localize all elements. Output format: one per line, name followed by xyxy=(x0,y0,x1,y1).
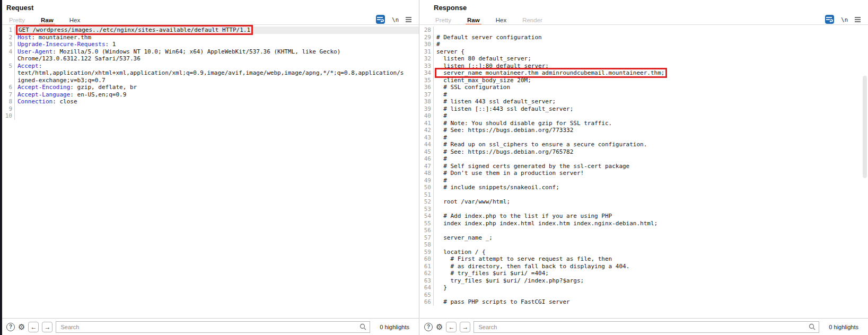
request-editor[interactable]: 1GET /wordpress/images../etc/nginx/sites… xyxy=(2,25,419,318)
line-content xyxy=(434,241,868,249)
line-content: # Note: You should disable gzip for SSL … xyxy=(434,120,868,127)
line-content: # include snippets/snakeoil.conf; xyxy=(434,184,868,191)
line-number: 8 xyxy=(2,98,15,105)
line-content: GET /wordpress/images../etc/nginx/sites-… xyxy=(15,27,419,34)
code-line: 33 listen [::]:80 default_server; xyxy=(420,63,868,70)
code-line: 28 xyxy=(420,27,868,34)
previous-match-button[interactable]: ← xyxy=(28,322,39,332)
line-number: 7 xyxy=(2,91,15,99)
code-line: 10 xyxy=(2,112,419,120)
help-icon[interactable]: ? xyxy=(6,323,15,331)
line-content: location / { xyxy=(434,249,868,256)
code-line: 42 # See: https://bugs.debian.org/773332 xyxy=(420,127,868,134)
line-number: 6 xyxy=(2,84,15,91)
highlights-count: 0 highlights xyxy=(380,324,409,330)
code-line: 1GET /wordpress/images../etc/nginx/sites… xyxy=(2,27,419,34)
line-content: Accept-Encoding: gzip, deflate, br xyxy=(15,84,419,91)
settings-gear-icon[interactable]: ⚙ xyxy=(436,323,443,331)
line-content: text/html,application/xhtml+xml,applicat… xyxy=(15,69,419,77)
wrap-lines-icon[interactable] xyxy=(376,15,385,24)
line-number: 62 xyxy=(420,270,434,277)
help-icon[interactable]: ? xyxy=(424,323,433,331)
line-number: 53 xyxy=(420,206,434,213)
line-number: 47 xyxy=(420,163,434,170)
line-number: 64 xyxy=(420,284,434,292)
newline-toggle[interactable]: \n xyxy=(392,16,399,23)
response-panel: Response PrettyRawHexRender \n 2829# Def… xyxy=(420,0,868,335)
line-content: # xyxy=(434,177,868,184)
request-panel-title: Request xyxy=(6,4,33,12)
next-match-button[interactable]: → xyxy=(42,322,52,332)
tab-hex[interactable]: Hex xyxy=(494,17,508,25)
code-line: 2Host: mountaineer.thm xyxy=(2,34,419,41)
line-number: 63 xyxy=(420,277,434,285)
settings-gear-icon[interactable]: ⚙ xyxy=(18,323,25,331)
line-number: 33 xyxy=(420,63,434,70)
code-line: 7Accept-Language: en-US,en;q=0.9 xyxy=(2,91,419,99)
code-line: 62 # try_files $uri $uri/ =404; xyxy=(420,270,868,277)
code-line: 58 xyxy=(420,241,868,249)
line-number: 45 xyxy=(420,148,434,156)
line-number: 42 xyxy=(420,127,434,134)
response-panel-title: Response xyxy=(434,4,467,12)
line-number: 35 xyxy=(420,77,434,84)
code-line: 40 # xyxy=(420,112,868,120)
menu-icon[interactable] xyxy=(855,17,861,22)
line-number: 38 xyxy=(420,98,434,105)
line-content: # Read up on ssl_ciphers to ensure a sec… xyxy=(434,141,868,148)
line-number: 43 xyxy=(420,134,434,142)
line-number: 55 xyxy=(420,220,434,227)
line-content: root /var/www/html; xyxy=(434,198,868,206)
line-content: Accept-Language: en-US,en;q=0.9 xyxy=(15,91,419,99)
code-line: 54 # Add index.php to the list if you ar… xyxy=(420,213,868,220)
tab-render[interactable]: Render xyxy=(521,17,544,25)
panel-divider[interactable] xyxy=(419,0,419,335)
newline-toggle[interactable]: \n xyxy=(841,16,848,23)
code-line: 65 xyxy=(420,292,868,299)
search-icon xyxy=(809,323,816,330)
line-number: 30 xyxy=(420,41,434,48)
tab-hex[interactable]: Hex xyxy=(68,17,82,25)
line-content: igned-exchange;v=b3;q=0.7 xyxy=(15,77,419,84)
menu-icon[interactable] xyxy=(406,17,411,22)
code-line: 5Accept: xyxy=(2,63,419,70)
line-number: 57 xyxy=(420,234,434,242)
line-number: 49 xyxy=(420,177,434,184)
code-line: text/html,application/xhtml+xml,applicat… xyxy=(2,69,419,77)
code-line: 60 # First attempt to serve request as f… xyxy=(420,255,868,263)
line-number: 39 xyxy=(420,105,434,113)
line-number: 46 xyxy=(420,155,434,163)
line-number: 9 xyxy=(2,105,15,113)
line-content: # Self signed certs generated by the ssl… xyxy=(434,163,868,170)
tab-pretty[interactable]: Pretty xyxy=(7,17,27,25)
line-number: 29 xyxy=(420,34,434,41)
code-line: 50 # include snippets/snakeoil.conf; xyxy=(420,184,868,191)
line-content: # xyxy=(434,41,868,48)
code-line: 38 # listen 443 ssl default_server; xyxy=(420,98,868,105)
code-line: 59 location / { xyxy=(420,249,868,256)
tab-pretty[interactable]: Pretty xyxy=(434,17,453,25)
wrap-lines-icon[interactable] xyxy=(825,15,834,24)
line-number: 40 xyxy=(420,112,434,120)
search-input[interactable] xyxy=(478,324,809,330)
vertical-scrollbar[interactable] xyxy=(863,76,867,178)
line-number: 36 xyxy=(420,84,434,91)
request-editor-icons: \n xyxy=(376,15,411,24)
line-content: Host: mountaineer.thm xyxy=(15,34,419,41)
tab-raw[interactable]: Raw xyxy=(39,17,55,25)
line-content: # xyxy=(434,155,868,163)
response-editor[interactable]: 2829# Default server configuration30#31s… xyxy=(420,25,868,318)
search-input[interactable] xyxy=(60,324,360,330)
line-number: 37 xyxy=(420,91,434,99)
code-line: 56 xyxy=(420,227,868,234)
line-number: 54 xyxy=(420,213,434,220)
previous-match-button[interactable]: ← xyxy=(446,322,457,332)
code-line: 34 server_name mountaineer.thm adminroun… xyxy=(420,69,868,77)
line-content: # First attempt to serve request as file… xyxy=(434,255,868,263)
line-content: # Default server configuration xyxy=(434,34,868,41)
tab-raw[interactable]: Raw xyxy=(466,17,481,25)
line-number: 34 xyxy=(420,69,434,77)
next-match-button[interactable]: → xyxy=(460,322,470,332)
code-line: 31server { xyxy=(420,48,868,56)
repeater-view: Request PrettyRawHex \n 1GET /wordpress/… xyxy=(0,0,868,335)
